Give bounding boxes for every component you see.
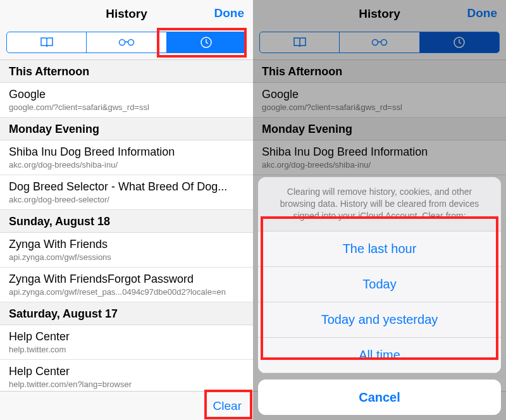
action-sheet-group: Clearing will remove history, cookies, a… [258,177,501,373]
tab-bookmarks[interactable] [7,32,87,52]
screenshot-pair: History Done This Afternoon Google googl… [0,0,506,420]
svg-point-0 [119,40,125,46]
history-item-title: Zynga With Friends [9,238,244,251]
history-item-url: akc.org/dog-breed-selector/ [9,195,244,204]
clear-today-yesterday-option[interactable]: Today and yesterday [258,302,501,338]
section-header: This Afternoon [0,60,253,83]
history-item-title: Google [9,88,244,101]
toolbar-bottom: Clear [0,391,253,420]
history-item[interactable]: Dog Breed Selector - What Breed Of Dog..… [0,175,253,210]
section-header: Monday Evening [0,118,253,140]
history-item-url: akc.org/dog-breeds/shiba-inu/ [9,160,244,170]
clear-today-option[interactable]: Today [258,267,501,302]
history-item[interactable]: Zynga With FriendsForgot Password api.zy… [0,268,253,302]
clear-all-time-option[interactable]: All time [258,338,501,373]
segmented-control [6,32,247,53]
history-item[interactable]: Google google.com/?client=safari&gws_rd=… [0,83,253,118]
history-item-url: api.zynga.com/gwf/sessions [9,252,244,262]
tab-history[interactable] [167,32,246,52]
done-button[interactable]: Done [214,6,245,20]
history-item-title: Help Center [9,365,244,378]
nav-header: History Done [0,0,253,28]
history-item-url: help.twitter.com/en?lang=browser [9,380,244,389]
history-list[interactable]: This Afternoon Google google.com/?client… [0,60,253,391]
page-title: History [106,7,147,21]
clear-last-hour-option[interactable]: The last hour [258,232,501,267]
clear-button[interactable]: Clear [213,399,242,413]
tab-reading-list[interactable] [87,32,166,52]
phone-left: History Done This Afternoon Google googl… [0,0,253,420]
history-item[interactable]: Help Center help.twitter.com/en?lang=bro… [0,360,253,391]
section-header: Sunday, August 18 [0,210,253,233]
section-header: Saturday, August 17 [0,302,253,325]
action-sheet: Clearing will remove history, cookies, a… [258,177,501,415]
history-item[interactable]: Help Center help.twitter.com [0,325,253,360]
history-item-title: Help Center [9,330,244,343]
cancel-button[interactable]: Cancel [258,380,501,415]
svg-point-1 [128,40,133,46]
history-item-title: Shiba Inu Dog Breed Information [9,145,244,159]
history-item-url: api.zynga.com/gwf/reset_pas...0494c97dbe… [9,287,244,297]
clock-icon [200,36,213,49]
history-item-url: help.twitter.com [9,345,244,354]
history-item-title: Zynga With FriendsForgot Password [9,273,244,286]
book-icon [40,37,54,48]
action-sheet-message: Clearing will remove history, cookies, a… [258,177,501,232]
history-item-url: google.com/?client=safari&gws_rd=ssl [9,102,244,112]
history-item-title: Dog Breed Selector - What Breed Of Dog..… [9,180,244,194]
history-item[interactable]: Shiba Inu Dog Breed Information akc.org/… [0,140,253,175]
segmented-control-wrap [0,28,253,60]
history-item[interactable]: Zynga With Friends api.zynga.com/gwf/ses… [0,233,253,268]
glasses-icon [118,38,135,47]
phone-right: History Done This Afternoon Google googl… [253,0,506,420]
